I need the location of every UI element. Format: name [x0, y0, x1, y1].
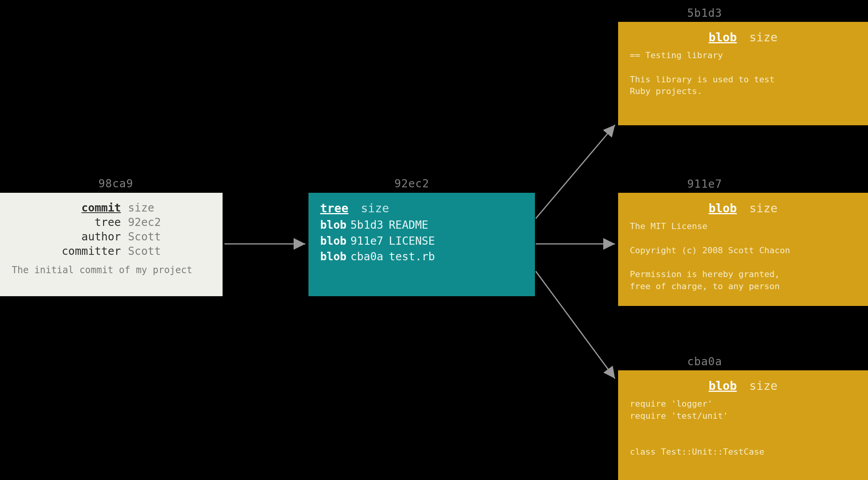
blob-1-hash-label: 911e7 — [687, 178, 722, 190]
tree-size: size — [361, 201, 389, 215]
tree-hash-label: 92ec2 — [394, 177, 429, 190]
blob-box-1: blob size The MIT License Copyright (c) … — [618, 193, 868, 306]
blob-1-size: size — [749, 201, 777, 215]
blob-2-type: blob — [709, 379, 737, 393]
tree-entry: blob911e7LICENSE — [320, 233, 523, 249]
blob-0-type: blob — [709, 30, 737, 44]
tree-type: tree — [320, 201, 348, 215]
commit-tree-key: tree — [12, 216, 121, 229]
commit-message: The initial commit of my project — [12, 265, 211, 276]
blob-2-hash-label: cba0a — [687, 355, 722, 368]
blob-2-body: require 'logger' require 'test/unit' cla… — [630, 398, 856, 458]
blob-box-2: blob size require 'logger' require 'test… — [618, 370, 868, 480]
commit-author-val: Scott — [128, 230, 211, 243]
tree-box: tree size blob5b1d3READMEblob911e7LICENS… — [308, 193, 535, 296]
blob-0-size: size — [749, 30, 777, 44]
tree-entry: blobcba0atest.rb — [320, 249, 523, 265]
tree-entry-hash: 911e7 — [350, 235, 383, 247]
tree-entries: blob5b1d3READMEblob911e7LICENSEblobcba0a… — [320, 217, 523, 265]
blob-2-size: size — [749, 379, 777, 393]
blob-2-header: blob size — [630, 379, 856, 393]
arrow-tree-to-blob-0 — [536, 125, 615, 219]
blob-1-body: The MIT License Copyright (c) 2008 Scott… — [630, 220, 856, 293]
tree-entry-name: LICENSE — [389, 235, 435, 247]
commit-committer-key: committer — [12, 245, 121, 258]
blob-0-body: == Testing library This library is used … — [630, 50, 856, 98]
commit-hash-label: 98ca9 — [98, 177, 133, 190]
commit-author-key: author — [12, 230, 121, 243]
commit-tree-val: 92ec2 — [128, 216, 211, 229]
commit-committer-val: Scott — [128, 245, 211, 258]
tree-entry-type: blob — [320, 235, 346, 247]
tree-entry-hash: 5b1d3 — [350, 219, 383, 231]
tree-entry-name: test.rb — [389, 250, 435, 263]
blob-box-0: blob size == Testing library This librar… — [618, 22, 868, 125]
commit-type: commit — [82, 201, 121, 214]
tree-entry-type: blob — [320, 250, 346, 263]
arrow-tree-to-blob-2 — [536, 271, 615, 379]
tree-entry-type: blob — [320, 219, 346, 231]
tree-header: tree size — [320, 201, 523, 215]
commit-size: size — [128, 201, 211, 214]
tree-entry-hash: cba0a — [350, 250, 383, 263]
blob-0-header: blob size — [630, 30, 856, 44]
tree-entry: blob5b1d3README — [320, 217, 523, 233]
blob-1-header: blob size — [630, 201, 856, 215]
blob-1-type: blob — [709, 201, 737, 215]
commit-box: commit size tree 92ec2 author Scott comm… — [0, 193, 223, 296]
commit-fields: commit size tree 92ec2 author Scott comm… — [12, 201, 211, 258]
tree-entry-name: README — [389, 219, 428, 231]
blob-0-hash-label: 5b1d3 — [687, 7, 722, 20]
